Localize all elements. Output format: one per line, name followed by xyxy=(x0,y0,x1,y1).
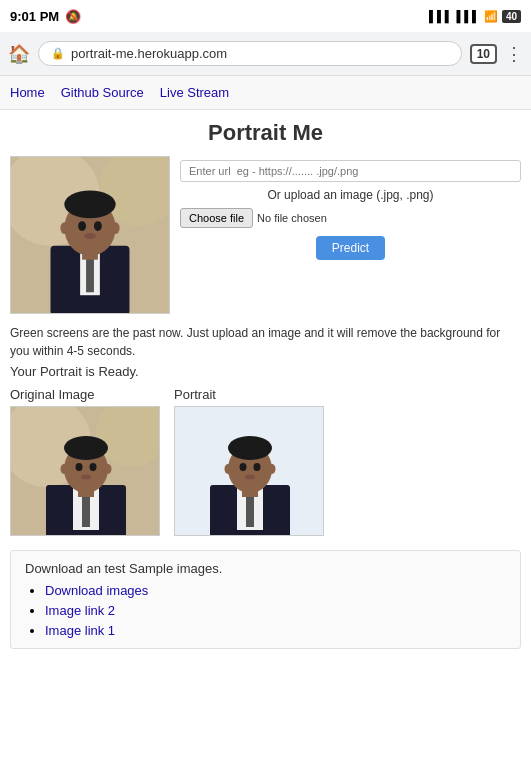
url-input[interactable] xyxy=(180,160,521,182)
image-link-1[interactable]: Image link 1 xyxy=(45,623,115,638)
svg-point-10 xyxy=(84,233,96,239)
browser-menu-icon[interactable]: ⋮ xyxy=(505,43,523,65)
predict-button[interactable]: Predict xyxy=(316,236,385,260)
original-image-svg xyxy=(11,407,160,536)
svg-point-22 xyxy=(76,463,83,471)
svg-point-21 xyxy=(64,436,108,460)
svg-point-35 xyxy=(254,463,261,471)
original-image-label: Original Image xyxy=(10,387,95,402)
svg-point-39 xyxy=(269,464,276,474)
portrait-section: Or upload an image (.jpg, .png) Choose f… xyxy=(10,156,521,314)
main-content: Portrait Me xyxy=(0,110,531,659)
main-image-container xyxy=(10,156,170,314)
status-right: ▌▌▌ ▌▌▌ 📶 40 xyxy=(429,10,521,23)
browser-bar: 🏠 🔒 portrait-me.herokuapp.com 10 ⋮ xyxy=(0,32,531,76)
portrait-status-text: Your Portrait is Ready. xyxy=(10,364,521,379)
svg-point-23 xyxy=(90,463,97,471)
original-image-thumb xyxy=(10,406,160,536)
page-title: Portrait Me xyxy=(10,120,521,146)
svg-point-13 xyxy=(112,222,120,234)
list-item: Image link 2 xyxy=(45,602,506,618)
portrait-image-thumb xyxy=(174,406,324,536)
svg-point-34 xyxy=(240,463,247,471)
image-link-2[interactable]: Image link 2 xyxy=(45,603,115,618)
svg-point-27 xyxy=(105,464,112,474)
sample-section-title: Download an test Sample images. xyxy=(25,561,506,576)
nav-bar: Home Github Source Live Stream xyxy=(0,76,531,110)
svg-point-33 xyxy=(228,436,272,460)
portrait-image-block: Portrait xyxy=(174,387,324,536)
nav-item-livestream[interactable]: Live Stream xyxy=(160,85,229,100)
original-image-block: Original Image xyxy=(10,387,160,536)
list-item: Image link 1 xyxy=(45,622,506,638)
main-person-image xyxy=(11,157,169,313)
controls-panel: Or upload an image (.jpg, .png) Choose f… xyxy=(180,156,521,260)
choose-file-button[interactable]: Choose file xyxy=(180,208,253,228)
description-text: Green screens are the past now. Just upl… xyxy=(10,324,521,360)
svg-rect-25 xyxy=(78,489,94,497)
svg-point-36 xyxy=(245,475,255,480)
wifi-icon: 📶 xyxy=(484,10,498,23)
time-display: 9:01 PM xyxy=(10,9,59,24)
upload-label: Or upload an image (.jpg, .png) xyxy=(180,188,521,202)
tab-count-badge[interactable]: 10 xyxy=(470,44,497,64)
portrait-image-svg xyxy=(175,407,324,536)
svg-point-24 xyxy=(81,475,91,480)
images-row: Original Image xyxy=(10,387,521,536)
status-left: 9:01 PM 🔕 xyxy=(10,9,81,24)
svg-point-8 xyxy=(78,221,86,231)
signal-icon: ▌▌▌ xyxy=(429,10,452,22)
signal-icon-2: ▌▌▌ xyxy=(456,10,479,22)
sample-links-list: Download images Image link 2 Image link … xyxy=(25,582,506,638)
svg-point-26 xyxy=(61,464,68,474)
svg-point-7 xyxy=(64,191,115,219)
svg-point-9 xyxy=(94,221,102,231)
portrait-image-label: Portrait xyxy=(174,387,216,402)
home-icon[interactable]: 🏠 xyxy=(8,43,30,65)
battery-icon: 40 xyxy=(502,10,521,23)
svg-rect-37 xyxy=(242,489,258,497)
svg-rect-11 xyxy=(82,250,98,260)
file-name-label: No file chosen xyxy=(257,212,521,224)
sample-section: Download an test Sample images. Download… xyxy=(10,550,521,649)
svg-point-12 xyxy=(60,222,68,234)
nav-item-github[interactable]: Github Source xyxy=(61,85,144,100)
list-item: Download images xyxy=(45,582,506,598)
file-input-row: Choose file No file chosen xyxy=(180,208,521,228)
url-bar[interactable]: 🔒 portrait-me.herokuapp.com xyxy=(38,41,462,66)
url-text: portrait-me.herokuapp.com xyxy=(71,46,227,61)
nav-item-home[interactable]: Home xyxy=(10,85,45,100)
silent-icon: 🔕 xyxy=(65,9,81,24)
download-images-link[interactable]: Download images xyxy=(45,583,148,598)
status-bar: 9:01 PM 🔕 ▌▌▌ ▌▌▌ 📶 40 xyxy=(0,0,531,32)
lock-icon: 🔒 xyxy=(51,47,65,60)
svg-point-38 xyxy=(225,464,232,474)
